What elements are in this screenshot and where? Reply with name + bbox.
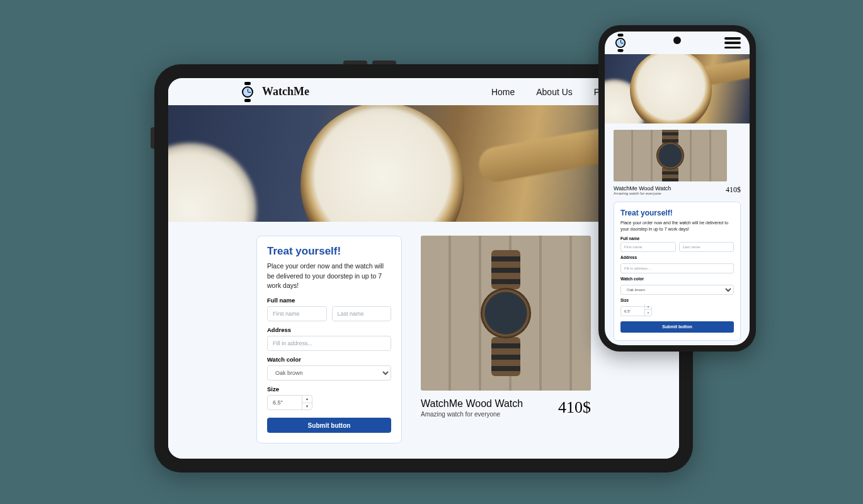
stepper-up-icon[interactable]: ▲	[645, 304, 651, 311]
mobile-product-tagline: Amazing watch for everyone	[614, 192, 671, 195]
product-column: WatchMe Wood Watch Amazing watch for eve…	[421, 236, 591, 418]
product-tagline: Amazing watch for everyone	[421, 411, 523, 418]
submit-button[interactable]: Submit button	[267, 418, 391, 433]
stepper-down-icon[interactable]: ▼	[645, 310, 651, 316]
hamburger-menu-icon[interactable]	[724, 37, 741, 49]
size-label: Size	[267, 386, 391, 392]
mobile-order-form-card: Treat yourself! Place your order now and…	[614, 202, 741, 341]
mobile-last-name-input[interactable]	[679, 242, 734, 252]
mobile-form-lead: Place your order now and the watch will …	[620, 220, 734, 232]
phone-screen: WatchMe Wood Watch Amazing watch for eve…	[605, 32, 750, 345]
address-input[interactable]	[267, 336, 391, 351]
brand-name: WatchMe	[262, 85, 309, 98]
mobile-product-price: 410$	[726, 185, 741, 195]
mobile-size-label: Size	[620, 298, 734, 302]
mobile-body: WatchMe Wood Watch Amazing watch for eve…	[605, 123, 750, 345]
mobile-watch-color-select[interactable]: Oak brown	[620, 285, 734, 295]
watch-logo-icon[interactable]	[614, 35, 627, 50]
phone-camera-icon	[673, 37, 681, 44]
first-name-input[interactable]	[267, 306, 327, 321]
last-name-input[interactable]	[332, 306, 392, 321]
nav-about[interactable]: About Us	[536, 87, 573, 97]
stepper-down-icon[interactable]: ▼	[302, 403, 312, 410]
mobile-submit-button[interactable]: Submit button	[620, 321, 734, 333]
watch-color-label: Watch color	[267, 356, 391, 363]
mobile-product-name: WatchMe Wood Watch	[614, 185, 671, 192]
full-name-label: Full name	[267, 297, 391, 304]
mobile-watch-color-label: Watch color	[620, 277, 734, 281]
mobile-size-stepper[interactable]: ▲ ▼	[644, 304, 651, 316]
product-name: WatchMe Wood Watch	[421, 398, 523, 410]
brand[interactable]: WatchMe	[241, 84, 309, 100]
stepper-up-icon[interactable]: ▲	[302, 396, 312, 403]
mobile-product-image	[614, 130, 727, 181]
address-label: Address	[267, 326, 391, 333]
mobile-hero-image	[605, 54, 750, 123]
form-title: Treat yourself!	[267, 245, 391, 258]
watch-logo-icon	[241, 84, 254, 100]
size-stepper[interactable]: ▲ ▼	[302, 396, 312, 410]
nav-home[interactable]: Home	[491, 87, 515, 97]
product-image	[421, 236, 591, 391]
mobile-address-input[interactable]	[620, 263, 734, 273]
mobile-form-title: Treat yourself!	[620, 209, 734, 217]
watch-color-select[interactable]: Oak brown	[267, 365, 391, 381]
mobile-full-name-label: Full name	[620, 236, 734, 241]
order-form-card: Treat yourself! Place your order now and…	[256, 236, 402, 444]
product-price: 410$	[558, 398, 591, 417]
mobile-address-label: Address	[620, 255, 734, 260]
form-lead: Place your order now and the watch will …	[267, 261, 391, 290]
mobile-first-name-input[interactable]	[620, 242, 676, 252]
phone-device-frame: WatchMe Wood Watch Amazing watch for eve…	[598, 25, 756, 352]
